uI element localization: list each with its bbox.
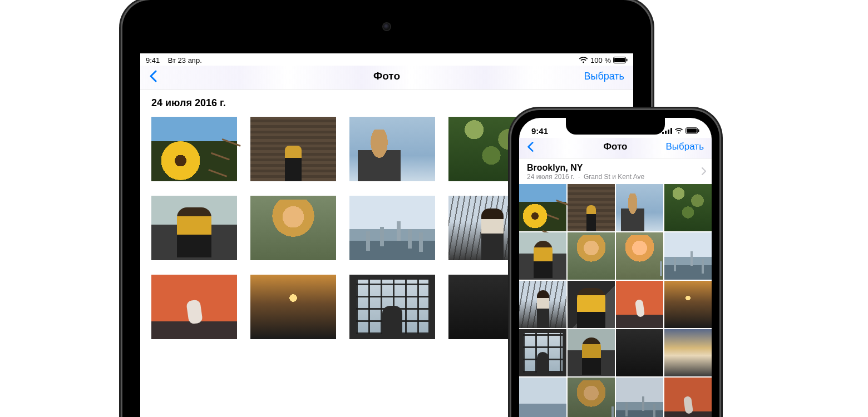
photo-thumbnail[interactable] xyxy=(519,281,566,328)
ipad-status-left: 9:41 Вт 23 апр. xyxy=(146,56,202,64)
photo-thumbnail[interactable] xyxy=(616,281,663,328)
iphone-screen: 9:41 Фото Выбрать Brooklyn, NY xyxy=(519,118,712,417)
photo-thumbnail[interactable] xyxy=(664,281,712,328)
photo-thumbnail[interactable] xyxy=(151,196,237,260)
iphone-notch xyxy=(566,118,665,135)
battery-icon xyxy=(685,127,699,134)
ipad-nav-title: Фото xyxy=(373,70,400,82)
photo-thumbnail[interactable] xyxy=(568,232,615,280)
iphone-nav-bar: Фото Выбрать xyxy=(519,138,712,158)
chevron-right-icon xyxy=(702,167,706,175)
photo-thumbnail[interactable] xyxy=(664,232,712,280)
iphone-status-right xyxy=(662,127,699,134)
photo-thumbnail[interactable] xyxy=(664,184,712,231)
photo-thumbnail[interactable] xyxy=(250,117,336,181)
ipad-status-date: Вт 23 апр. xyxy=(168,56,202,64)
select-button[interactable]: Выбрать xyxy=(666,141,704,152)
photo-thumbnail[interactable] xyxy=(568,184,615,231)
section-location: Brooklyn, NY xyxy=(527,163,704,173)
back-button[interactable] xyxy=(527,141,534,152)
photo-thumbnail[interactable] xyxy=(519,329,566,376)
wifi-icon xyxy=(579,57,588,63)
ipad-nav-bar: Фото Выбрать xyxy=(140,66,633,90)
photo-thumbnail[interactable] xyxy=(616,232,663,280)
svg-rect-9 xyxy=(698,130,699,132)
section-subtitle: 24 июля 2016 г. · Grand St и Kent Ave xyxy=(527,173,704,181)
photo-thumbnail[interactable] xyxy=(568,378,615,417)
ipad-battery-pct: 100 % xyxy=(590,56,611,64)
photo-thumbnail[interactable] xyxy=(151,117,237,181)
photo-thumbnail[interactable] xyxy=(519,232,566,280)
svg-rect-1 xyxy=(614,58,625,62)
back-button[interactable] xyxy=(149,70,157,82)
photo-thumbnail[interactable] xyxy=(250,275,336,339)
svg-rect-4 xyxy=(665,131,667,134)
photo-thumbnail[interactable] xyxy=(616,329,663,376)
photo-thumbnail[interactable] xyxy=(349,275,435,339)
photo-thumbnail[interactable] xyxy=(250,196,336,260)
ipad-camera xyxy=(383,23,390,30)
photo-thumbnail[interactable] xyxy=(568,281,615,328)
svg-rect-5 xyxy=(668,130,669,134)
svg-rect-6 xyxy=(670,128,672,134)
photo-thumbnail[interactable] xyxy=(568,329,615,376)
photo-thumbnail[interactable] xyxy=(519,184,566,231)
iphone-section-header[interactable]: Brooklyn, NY 24 июля 2016 г. · Grand St … xyxy=(519,158,712,184)
ipad-status-bar: 9:41 Вт 23 апр. 100 % xyxy=(140,53,633,66)
svg-rect-2 xyxy=(627,59,628,62)
select-button[interactable]: Выбрать xyxy=(584,71,624,82)
photo-thumbnail[interactable] xyxy=(349,196,435,260)
iphone-photo-grid xyxy=(519,184,712,417)
photo-thumbnail[interactable] xyxy=(616,184,663,231)
photo-thumbnail[interactable] xyxy=(664,329,712,376)
iphone-device-frame: 9:41 Фото Выбрать Brooklyn, NY xyxy=(511,110,719,417)
photo-thumbnail[interactable] xyxy=(519,378,566,417)
ipad-status-right: 100 % xyxy=(579,56,628,64)
photo-thumbnail[interactable] xyxy=(616,378,663,417)
wifi-icon xyxy=(674,128,683,134)
photo-thumbnail[interactable] xyxy=(151,275,237,339)
svg-rect-8 xyxy=(687,128,697,133)
photo-thumbnail[interactable] xyxy=(349,117,435,181)
battery-icon xyxy=(613,57,628,63)
iphone-status-time: 9:41 xyxy=(531,126,548,136)
photo-thumbnail[interactable] xyxy=(664,378,712,417)
ipad-status-time: 9:41 xyxy=(146,56,160,64)
svg-rect-3 xyxy=(662,132,664,134)
iphone-nav-title: Фото xyxy=(604,141,628,152)
